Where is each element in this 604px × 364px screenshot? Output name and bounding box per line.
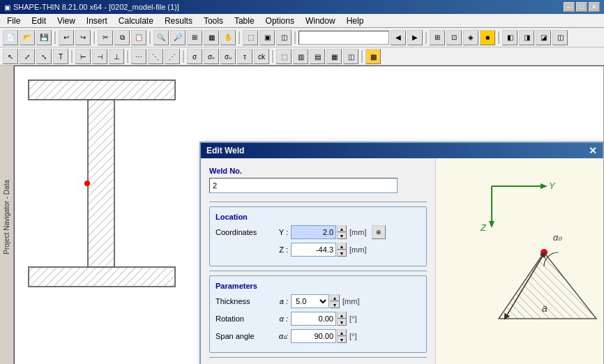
tb2-btn-6[interactable]: ⊣: [92, 49, 107, 64]
thickness-spin-up[interactable]: ▲: [330, 294, 340, 301]
tb2-btn-17[interactable]: ▥: [293, 49, 308, 64]
save-button[interactable]: 💾: [36, 30, 52, 45]
tb2-btn-21[interactable]: ▩: [365, 49, 381, 64]
pan-button[interactable]: ✋: [220, 30, 236, 45]
svg-text:Y: Y: [549, 181, 556, 191]
more-btn-3[interactable]: ◪: [536, 30, 551, 45]
tb2-btn-20[interactable]: ◫: [343, 49, 358, 64]
thickness-select[interactable]: 5.0 3.0 4.0 6.0 7.0 8.0: [291, 294, 329, 308]
z-spinner[interactable]: ▲ ▼: [337, 243, 347, 257]
paste-button[interactable]: 📋: [131, 30, 146, 45]
dialog-title-bar: Edit Weld ✕: [201, 143, 603, 158]
close-button[interactable]: ✕: [589, 2, 600, 12]
redo-button[interactable]: ↪: [75, 30, 91, 45]
maximize-button[interactable]: □: [576, 2, 587, 12]
y-spin-down[interactable]: ▼: [337, 232, 347, 239]
zoom-window-button[interactable]: ▦: [204, 30, 219, 45]
spanangle-symbol: α₀:: [274, 332, 288, 341]
tb2-btn-12[interactable]: σᵥ: [204, 49, 219, 64]
weld-no-input[interactable]: [209, 178, 398, 193]
search-button[interactable]: ◀: [391, 30, 406, 45]
spanangle-spinner[interactable]: ▲ ▼: [337, 329, 347, 343]
thickness-label: Thickness: [216, 297, 271, 305]
tb2-btn-1[interactable]: ↖: [3, 49, 18, 64]
menu-help[interactable]: Help: [341, 15, 370, 27]
tb-btn-6[interactable]: ▣: [259, 30, 275, 45]
zoom-out-button[interactable]: 🔎: [170, 30, 186, 45]
tb2-btn-2[interactable]: ⤢: [20, 49, 35, 64]
search-next-button[interactable]: ▶: [407, 30, 423, 45]
y-spinner[interactable]: ▲ ▼: [337, 225, 347, 239]
y-label: Y :: [274, 228, 288, 236]
render-button[interactable]: ◈: [463, 30, 478, 45]
menu-table[interactable]: Table: [229, 15, 260, 27]
weld-diagram-panel: Y Z α₀: [435, 158, 603, 364]
more-btn-1[interactable]: ◧: [502, 30, 518, 45]
minimize-button[interactable]: ─: [564, 2, 575, 12]
tb-btn-5[interactable]: ⬚: [243, 30, 258, 45]
spanangle-spin-down[interactable]: ▼: [337, 336, 347, 343]
spanangle-input[interactable]: [291, 329, 336, 343]
z-spin-up[interactable]: ▲: [337, 243, 347, 250]
z-spin-down[interactable]: ▼: [337, 250, 347, 257]
tb2-btn-4[interactable]: T: [53, 49, 68, 64]
rotation-input[interactable]: [291, 312, 336, 326]
y-spin-up[interactable]: ▲: [337, 225, 347, 232]
tb2-btn-16[interactable]: ⬚: [276, 49, 292, 64]
spanangle-spin-up[interactable]: ▲: [337, 329, 347, 336]
menu-window[interactable]: Window: [300, 15, 341, 27]
thickness-spin-down[interactable]: ▼: [330, 301, 340, 308]
tb2-btn-7[interactable]: ⊥: [109, 49, 124, 64]
rotation-spinner[interactable]: ▲ ▼: [337, 312, 347, 326]
rotation-spin-down[interactable]: ▼: [337, 319, 347, 326]
tb2-btn-15[interactable]: ck: [254, 49, 269, 64]
separator-10: [183, 50, 184, 63]
menu-file[interactable]: File: [1, 15, 26, 27]
new-button[interactable]: 📄: [3, 30, 18, 45]
snap-button[interactable]: ⊡: [446, 30, 462, 45]
menu-insert[interactable]: Insert: [81, 15, 113, 27]
tb2-btn-13[interactable]: σᵤ: [220, 49, 236, 64]
menu-options[interactable]: Options: [260, 15, 300, 27]
search-input[interactable]: [299, 31, 389, 45]
svg-rect-6: [29, 267, 175, 287]
menu-tools[interactable]: Tools: [198, 15, 229, 27]
y-pick-button[interactable]: ⊕: [372, 225, 386, 239]
tb2-btn-19[interactable]: ▦: [326, 49, 342, 64]
copy-button[interactable]: ⧉: [114, 30, 130, 45]
menu-edit[interactable]: Edit: [26, 15, 52, 27]
undo-button[interactable]: ↩: [59, 30, 74, 45]
rotation-spin-up[interactable]: ▲: [337, 312, 347, 319]
tb2-btn-9[interactable]: ⋱: [148, 49, 163, 64]
menu-calculate[interactable]: Calculate: [113, 15, 159, 27]
more-btn-4[interactable]: ◫: [552, 30, 568, 45]
tb2-btn-8[interactable]: ⋯: [131, 49, 146, 64]
open-button[interactable]: 📂: [20, 30, 35, 45]
tb2-btn-11[interactable]: σ: [187, 49, 202, 64]
z-coordinate-input[interactable]: [291, 243, 336, 257]
more-btn-2[interactable]: ◨: [519, 30, 534, 45]
tb2-btn-14[interactable]: τ: [237, 49, 252, 64]
tb-btn-7[interactable]: ◫: [276, 30, 292, 45]
grid-button[interactable]: ⊞: [430, 30, 445, 45]
menu-view[interactable]: View: [52, 15, 81, 27]
spanangle-label: Span angle: [216, 332, 271, 340]
y-coordinate-input[interactable]: [291, 225, 336, 239]
thickness-spinner[interactable]: ▲ ▼: [330, 294, 340, 308]
zoom-in-button[interactable]: 🔍: [153, 30, 169, 45]
canvas-area: Edit Weld ✕ Weld No. Locati: [14, 66, 604, 364]
tb2-btn-3[interactable]: ⤡: [36, 49, 52, 64]
color-button[interactable]: ■: [480, 30, 495, 45]
cut-button[interactable]: ✂: [98, 30, 113, 45]
dialog-close-button[interactable]: ✕: [589, 146, 597, 156]
zoom-fit-button[interactable]: ⊞: [187, 30, 202, 45]
y-unit: [mm]: [349, 228, 369, 236]
title-bar: ▣ SHAPE-THIN 8.21.00 x64 - [0202_model-f…: [0, 0, 604, 14]
tb2-btn-10[interactable]: ⋰: [165, 49, 180, 64]
tb2-btn-18[interactable]: ▤: [310, 49, 325, 64]
thickness-symbol: a :: [274, 297, 288, 305]
tb2-btn-5[interactable]: ⊢: [75, 49, 91, 64]
weld-no-section: Weld No.: [209, 167, 427, 197]
rotation-label: Rotation: [216, 314, 271, 323]
menu-results[interactable]: Results: [159, 15, 198, 27]
